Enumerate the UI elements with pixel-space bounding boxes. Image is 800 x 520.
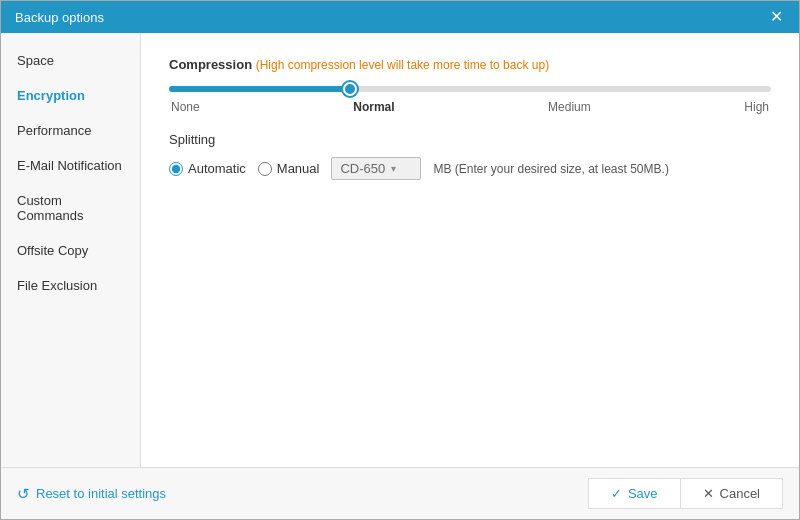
manual-label: Manual	[277, 161, 320, 176]
sidebar-item-custom-commands[interactable]: Custom Commands	[1, 183, 140, 233]
slider-thumb[interactable]	[343, 82, 357, 96]
compression-slider-container: None Normal Medium High	[169, 86, 771, 114]
split-size-value: CD-650	[340, 161, 385, 176]
splitting-title: Splitting	[169, 132, 771, 147]
sidebar: Space Encryption Performance E-Mail Noti…	[1, 33, 141, 467]
cancel-x-icon: ✕	[703, 486, 714, 501]
slider-labels: None Normal Medium High	[169, 100, 771, 114]
slider-label-none: None	[171, 100, 200, 114]
automatic-radio[interactable]	[169, 162, 183, 176]
main-content: Compression (High compression level will…	[141, 33, 799, 467]
sidebar-item-offsite-copy[interactable]: Offsite Copy	[1, 233, 140, 268]
save-checkmark-icon: ✓	[611, 486, 622, 501]
splitting-section: Splitting Automatic Manual CD-650 ▾ MB (…	[169, 132, 771, 180]
save-button[interactable]: ✓ Save	[588, 478, 680, 509]
sidebar-item-encryption[interactable]: Encryption	[1, 78, 140, 113]
slider-label-medium: Medium	[548, 100, 591, 114]
slider-fill	[169, 86, 350, 92]
split-size-dropdown[interactable]: CD-650 ▾	[331, 157, 421, 180]
splitting-controls: Automatic Manual CD-650 ▾ MB (Enter your…	[169, 157, 771, 180]
reset-icon: ↺	[17, 485, 30, 503]
sidebar-item-performance[interactable]: Performance	[1, 113, 140, 148]
automatic-label: Automatic	[188, 161, 246, 176]
sidebar-item-file-exclusion[interactable]: File Exclusion	[1, 268, 140, 303]
sidebar-item-space[interactable]: Space	[1, 43, 140, 78]
compression-section-header: Compression (High compression level will…	[169, 57, 771, 72]
reset-label: Reset to initial settings	[36, 486, 166, 501]
titlebar: Backup options ✕	[1, 1, 799, 33]
manual-radio-label[interactable]: Manual	[258, 161, 320, 176]
compression-label: Compression	[169, 57, 252, 72]
compression-slider-track[interactable]	[169, 86, 771, 92]
slider-label-normal: Normal	[353, 100, 394, 114]
footer: ↺ Reset to initial settings ✓ Save ✕ Can…	[1, 467, 799, 519]
cancel-button[interactable]: ✕ Cancel	[680, 478, 783, 509]
footer-actions: ✓ Save ✕ Cancel	[588, 478, 783, 509]
cancel-label: Cancel	[720, 486, 760, 501]
backup-options-dialog: Backup options ✕ Space Encryption Perfor…	[0, 0, 800, 520]
dialog-body: Space Encryption Performance E-Mail Noti…	[1, 33, 799, 467]
manual-radio[interactable]	[258, 162, 272, 176]
compression-note: (High compression level will take more t…	[256, 58, 549, 72]
close-button[interactable]: ✕	[768, 9, 785, 25]
chevron-down-icon: ▾	[391, 163, 396, 174]
slider-label-high: High	[744, 100, 769, 114]
mb-hint: MB (Enter your desired size, at least 50…	[433, 162, 668, 176]
sidebar-item-email-notification[interactable]: E-Mail Notification	[1, 148, 140, 183]
dialog-title: Backup options	[15, 10, 104, 25]
automatic-radio-label[interactable]: Automatic	[169, 161, 246, 176]
reset-button[interactable]: ↺ Reset to initial settings	[17, 485, 166, 503]
save-label: Save	[628, 486, 658, 501]
